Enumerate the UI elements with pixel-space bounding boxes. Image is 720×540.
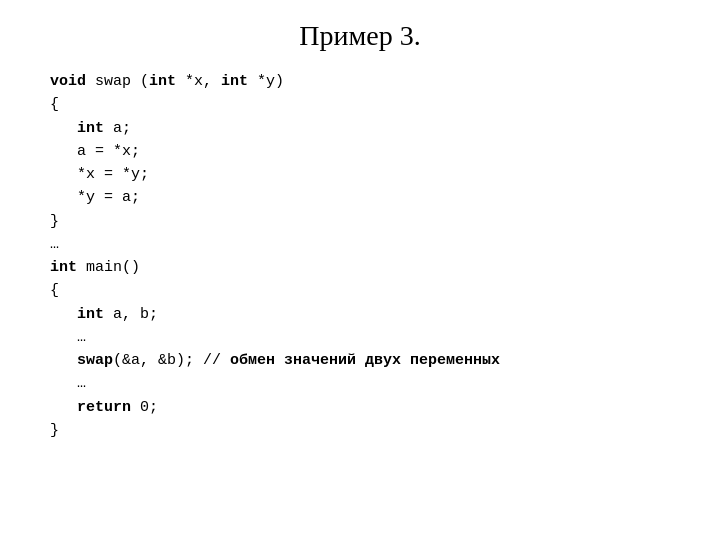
code-line-1: void swap (int *x, int *y) — [50, 70, 680, 93]
page: Пример 3. void swap (int *x, int *y) { i… — [0, 0, 720, 540]
code-line-7: } — [50, 210, 680, 233]
keyword-int-2: int — [221, 73, 248, 90]
code-line-12: … — [50, 326, 680, 349]
code-line-15: return 0; — [50, 396, 680, 419]
code-line-16: } — [50, 419, 680, 442]
keyword-return: return — [77, 399, 131, 416]
code-line-2: { — [50, 93, 680, 116]
code-line-4: a = *x; — [50, 140, 680, 163]
code-block: void swap (int *x, int *y) { int a; a = … — [40, 70, 680, 442]
keyword-int-3: int — [77, 120, 104, 137]
code-line-10: { — [50, 279, 680, 302]
keyword-int-4: int — [50, 259, 77, 276]
code-line-5: *x = *y; — [50, 163, 680, 186]
page-title: Пример 3. — [299, 20, 420, 52]
code-line-14: … — [50, 372, 680, 395]
keyword-swap: swap — [77, 352, 113, 369]
code-line-3: int a; — [50, 117, 680, 140]
code-line-8: … — [50, 233, 680, 256]
code-line-11: int a, b; — [50, 303, 680, 326]
keyword-int-5: int — [77, 306, 104, 323]
code-line-13: swap(&a, &b); // обмен значений двух пер… — [50, 349, 680, 372]
keyword-void: void — [50, 73, 86, 90]
code-line-6: *y = a; — [50, 186, 680, 209]
keyword-int-1: int — [149, 73, 176, 90]
code-line-9: int main() — [50, 256, 680, 279]
comment-text: обмен значений двух переменных — [230, 352, 500, 369]
